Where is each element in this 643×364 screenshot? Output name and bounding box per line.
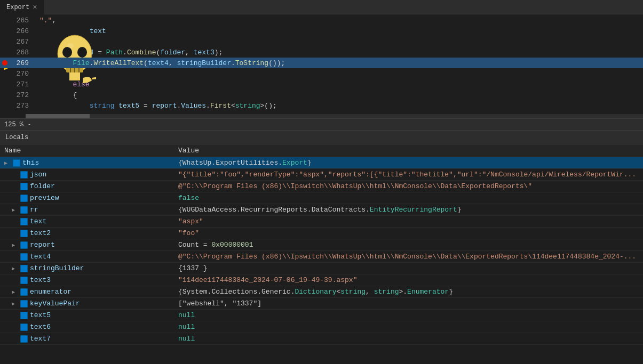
line-num-270: 270: [10, 70, 35, 78]
locals-row-folder[interactable]: folder @"C:\\Program Files (x86)\\Ipswit…: [0, 181, 643, 192]
locals-row-text3[interactable]: text3 "114dee117448384e_2024-07-06_19-49…: [0, 274, 643, 286]
locals-panel-header: Locals: [0, 131, 643, 144]
line-num-267: 267: [10, 38, 35, 46]
line-content-273: string text5 = report.Values.First<strin…: [35, 102, 277, 110]
expand-enumerator[interactable]: ▶: [12, 289, 18, 295]
code-scrollbar-h[interactable]: [26, 114, 643, 118]
locals-value-json: "{"title":"foo","renderType":"aspx","rep…: [174, 169, 643, 181]
code-editor: ▶ 265 ": [0, 15, 643, 119]
var-icon-text5: [20, 312, 28, 319]
locals-value-keyvaluepair: ["webshell", "1337"]: [174, 298, 643, 310]
svg-rect-7: [69, 72, 80, 80]
locals-row-text[interactable]: text "aspx": [0, 216, 643, 228]
var-icon-text7: [20, 335, 28, 343]
line-num-266: 266: [10, 27, 35, 35]
bp-273: [0, 100, 10, 111]
locals-row-json[interactable]: json "{"title":"foo","renderType":"aspx"…: [0, 169, 643, 181]
locals-value-stringbuilder: {1337 }: [174, 263, 643, 274]
locals-value-text: "aspx": [174, 216, 643, 228]
var-icon-preview: [20, 195, 28, 202]
locals-value-text3: "114dee117448384e_2024-07-06_19-49-39.as…: [174, 274, 643, 286]
line-num-268: 268: [10, 48, 35, 56]
bp-268: [0, 47, 10, 58]
expand-stringbuilder[interactable]: ▶: [12, 265, 18, 272]
var-icon-text3: [20, 277, 28, 284]
locals-name-json: json: [0, 169, 174, 181]
locals-name-keyvaluepair: ▶ keyValuePair: [0, 298, 174, 310]
locals-panel: Locals Name Value ▶ this: [0, 131, 643, 364]
locals-row-keyvaluepair[interactable]: ▶ keyValuePair ["webshell", "1337"]: [0, 298, 643, 310]
locals-value-preview: false: [174, 192, 643, 204]
code-line-272: 272 {: [0, 90, 643, 100]
locals-name-stringbuilder: ▶ stringBuilder: [0, 263, 174, 274]
var-icon-text6: [20, 323, 28, 331]
line-content-269: File.WriteAllText(text4, stringBuilder.T…: [35, 59, 285, 67]
locals-value-text6: null: [174, 321, 643, 333]
locals-value-text7: null: [174, 333, 643, 345]
line-num-271: 271: [10, 80, 35, 88]
breakpoint-dot: [2, 60, 7, 66]
locals-name-preview: preview: [0, 192, 174, 204]
col-header-name: Name: [0, 144, 174, 157]
locals-name-text3: text3: [0, 274, 174, 286]
code-line-270: 270 }: [0, 68, 643, 79]
locals-name-this: ▶ this: [0, 157, 174, 169]
locals-value-text4: @"C:\\Program Files (x86)\\Ipswitch\\Wha…: [174, 251, 643, 263]
code-line-265: 265 ".",: [0, 15, 643, 26]
code-scrollbar-thumb[interactable]: [26, 114, 90, 118]
export-tab[interactable]: Export ×: [0, 0, 44, 15]
zoom-level: 125 %: [4, 121, 23, 128]
var-icon-json: [20, 171, 28, 179]
line-num-269: 269: [10, 59, 35, 67]
locals-row-this[interactable]: ▶ this {WhatsUp.ExportUtilities.Export}: [0, 157, 643, 169]
tab-label: Export: [6, 4, 29, 11]
locals-value-enumerator: {System.Collections.Generic.Dictionary<s…: [174, 286, 643, 298]
svg-point-2: [77, 47, 87, 58]
expand-report[interactable]: ▶: [12, 242, 18, 248]
locals-row-text7[interactable]: text7 null: [0, 333, 643, 345]
locals-row-text2[interactable]: text2 "foo": [0, 228, 643, 239]
line-num-272: 272: [10, 91, 35, 99]
locals-row-stringbuilder[interactable]: ▶ stringBuilder {1337 }: [0, 263, 643, 274]
var-icon-keyvaluepair: [20, 300, 28, 308]
locals-table: Name Value ▶ this {WhatsUp.ExportU: [0, 144, 643, 345]
locals-row-text5[interactable]: text5 null: [0, 310, 643, 321]
zoom-bar: 125 % -: [0, 119, 643, 131]
var-icon-this: [13, 159, 20, 167]
code-line-271: 271 else: [0, 79, 643, 90]
var-icon-text2: [20, 230, 28, 237]
bp-266: [0, 26, 10, 36]
expand-keyvaluepair[interactable]: ▶: [12, 301, 18, 307]
locals-value-this: {WhatsUp.ExportUtilities.Export}: [174, 157, 643, 169]
code-line-269: 269 File.WriteAllText(text4, stringBuild…: [0, 58, 643, 68]
locals-name-report: ▶ report: [0, 239, 174, 251]
var-icon-text4: [20, 253, 28, 261]
locals-row-preview[interactable]: preview false: [0, 192, 643, 204]
zoom-decrease-button[interactable]: -: [28, 122, 31, 127]
locals-name-text: text: [0, 216, 174, 228]
var-icon-report: [20, 241, 28, 249]
locals-name-text2: text2: [0, 228, 174, 239]
expand-rr[interactable]: ▶: [12, 207, 18, 213]
var-icon-folder: [20, 183, 28, 190]
var-icon-rr: [20, 206, 28, 214]
locals-value-report: Count = 0x00000001: [174, 239, 643, 251]
locals-value-text2: "foo": [174, 228, 643, 239]
locals-name-enumerator: ▶ enumerator: [0, 286, 174, 298]
tab-close-button[interactable]: ×: [33, 3, 37, 12]
locals-row-text4[interactable]: text4 @"C:\\Program Files (x86)\\Ipswitc…: [0, 251, 643, 263]
expand-this[interactable]: ▶: [4, 160, 11, 166]
locals-name-text5: text5: [0, 310, 174, 321]
locals-row-enumerator[interactable]: ▶ enumerator {System.Collections.Generic…: [0, 286, 643, 298]
locals-title: Locals: [5, 134, 28, 141]
locals-row-text6[interactable]: text6 null: [0, 321, 643, 333]
locals-name-text7: text7: [0, 333, 174, 345]
line-num-265: 265: [10, 17, 35, 25]
locals-row-report[interactable]: ▶ report Count = 0x00000001: [0, 239, 643, 251]
var-icon-stringbuilder: [20, 265, 28, 272]
code-line-268: 268 text4 = Path.Combine(folder, text3);: [0, 47, 643, 58]
line-content-265: ".",: [35, 17, 56, 25]
locals-row-rr[interactable]: ▶ rr {WUGDataAccess.RecurringReports.Dat…: [0, 204, 643, 216]
locals-scroll-container[interactable]: Name Value ▶ this {WhatsUp.ExportU: [0, 144, 643, 364]
locals-name-rr: ▶ rr: [0, 204, 174, 216]
